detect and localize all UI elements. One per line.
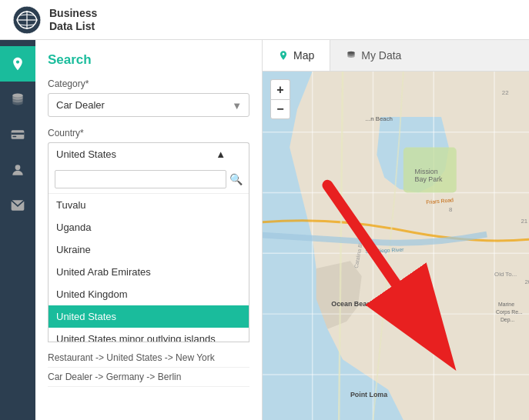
dropdown-search-input[interactable] <box>55 170 226 188</box>
dropdown-item-usmi[interactable]: United States minor outlying islands <box>49 328 249 342</box>
main-layout: Search Category* Car Dealer ▼ Country* U… <box>0 40 529 420</box>
nav-item-card[interactable] <box>0 117 35 152</box>
map-tabs: Map My Data <box>263 40 529 72</box>
map-controls: + − <box>270 79 290 119</box>
left-nav <box>0 40 35 420</box>
dropdown-item-tuvalu[interactable]: Tuvalu <box>49 194 249 216</box>
logo-icon <box>12 5 42 35</box>
svg-text:1: 1 <box>343 202 346 209</box>
svg-point-7 <box>15 165 21 170</box>
location-icon <box>10 56 25 72</box>
svg-rect-5 <box>12 133 25 135</box>
tab-mydata[interactable]: My Data <box>330 40 417 71</box>
map-tab-icon <box>278 50 289 61</box>
dropdown-item-us[interactable]: United States <box>49 305 249 328</box>
recent-items: Restaurant -> United States -> New York … <box>48 348 249 387</box>
dropdown-item-uganda[interactable]: Uganda <box>49 216 249 238</box>
svg-text:20: 20 <box>524 278 529 285</box>
svg-text:Ocean Beach: Ocean Beach <box>331 300 374 308</box>
nav-item-user[interactable] <box>0 152 35 188</box>
tab-map[interactable]: Map <box>263 40 330 71</box>
sidebar: Search Category* Car Dealer ▼ Country* U… <box>35 40 263 420</box>
svg-text:Old To...: Old To... <box>494 271 517 278</box>
svg-text:Dep...: Dep... <box>501 317 514 323</box>
tab-mydata-label: My Data <box>361 49 401 62</box>
mydata-tab-icon <box>346 50 357 61</box>
map-container[interactable]: Mission Bay Park 22 21 20 1 8 Old To... … <box>263 72 529 420</box>
nav-item-database[interactable] <box>0 82 35 117</box>
country-dropdown-arrow: ▲ <box>216 148 226 160</box>
nav-item-location[interactable] <box>0 46 35 82</box>
nav-item-mail[interactable] <box>0 188 35 223</box>
svg-text:22: 22 <box>502 89 509 96</box>
svg-text:Marine: Marine <box>498 302 514 307</box>
svg-rect-6 <box>12 136 16 138</box>
category-label: Category* <box>48 78 249 89</box>
dropdown-item-uk[interactable]: United Kingdom <box>49 283 249 305</box>
category-select[interactable]: Car Dealer <box>48 93 249 117</box>
mail-icon <box>10 198 25 213</box>
dropdown-search-row: 🔍 <box>49 165 249 194</box>
country-label: Country* <box>48 128 249 138</box>
svg-text:Point Loma: Point Loma <box>350 391 387 398</box>
logo-line2: Data List <box>49 20 97 33</box>
dropdown-item-uae[interactable]: United Arab Emirates <box>49 261 249 283</box>
card-icon <box>10 127 25 142</box>
svg-text:...n Beach: ...n Beach <box>366 115 393 122</box>
svg-text:Corps Re...: Corps Re... <box>496 309 523 315</box>
category-select-wrapper: Car Dealer ▼ <box>48 93 249 117</box>
svg-text:21: 21 <box>521 218 527 225</box>
search-icon: 🔍 <box>229 173 243 185</box>
tab-map-label: Map <box>293 49 314 62</box>
country-selected-box[interactable]: United States ▲ <box>48 142 249 165</box>
svg-text:8: 8 <box>449 206 453 213</box>
map-background: Mission Bay Park 22 21 20 1 8 Old To... … <box>263 72 529 420</box>
svg-text:Mission: Mission <box>415 168 438 175</box>
logo-line1: Business <box>49 7 97 20</box>
recent-item-2[interactable]: Car Dealer -> Germany -> Berlin <box>48 368 249 387</box>
user-icon <box>10 162 25 178</box>
country-field-wrapper: United States ▲ 🔍 Tuvalu Uganda Ukraine … <box>48 142 249 342</box>
sidebar-title: Search <box>48 52 249 68</box>
svg-text:Bay Park: Bay Park <box>415 175 444 183</box>
app-header: Business Data List <box>0 0 529 40</box>
dropdown-item-ukraine[interactable]: Ukraine <box>49 238 249 261</box>
country-selected-value: United States <box>56 148 116 160</box>
logo-text: Business Data List <box>49 7 97 33</box>
map-area: Map My Data <box>263 40 529 420</box>
database-icon <box>10 92 25 107</box>
zoom-in-button[interactable]: + <box>270 79 290 99</box>
country-dropdown: 🔍 Tuvalu Uganda Ukraine United Arab Emir… <box>48 165 249 342</box>
recent-item-1[interactable]: Restaurant -> United States -> New York <box>48 348 249 368</box>
zoom-out-button[interactable]: − <box>270 99 290 119</box>
